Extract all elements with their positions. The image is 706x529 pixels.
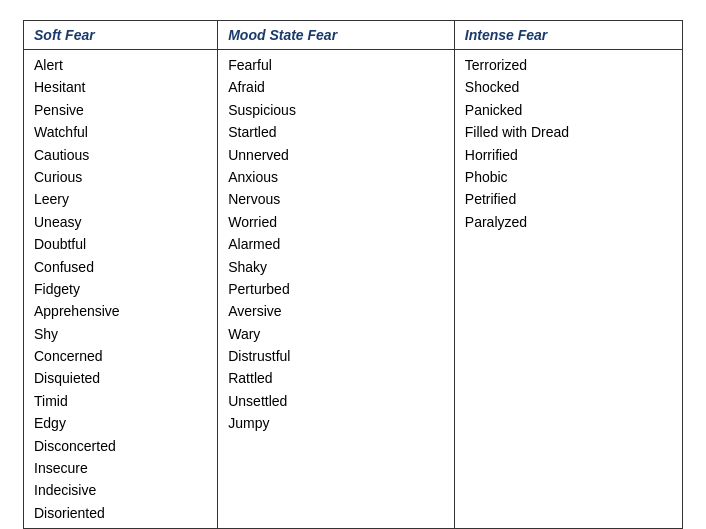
intense-fear-cell: TerrorizedShockedPanickedFilled with Dre… [454, 50, 682, 529]
list-item: Doubtful [34, 233, 207, 255]
list-item: Distrustful [228, 345, 444, 367]
list-item: Confused [34, 256, 207, 278]
list-item: Leery [34, 188, 207, 210]
list-item: Shy [34, 323, 207, 345]
list-item: Horrified [465, 144, 672, 166]
header-row: Soft Fear Mood State Fear Intense Fear [24, 21, 683, 50]
list-item: Terrorized [465, 54, 672, 76]
list-item: Unnerved [228, 144, 444, 166]
header-intense-fear: Intense Fear [454, 21, 682, 50]
list-item: Filled with Dread [465, 121, 672, 143]
list-item: Alarmed [228, 233, 444, 255]
list-item: Perturbed [228, 278, 444, 300]
soft-fear-cell: AlertHesitantPensiveWatchfulCautiousCuri… [24, 50, 218, 529]
list-item: Wary [228, 323, 444, 345]
list-item: Apprehensive [34, 300, 207, 322]
list-item: Edgy [34, 412, 207, 434]
list-item: Phobic [465, 166, 672, 188]
header-soft-fear: Soft Fear [24, 21, 218, 50]
fear-table: Soft Fear Mood State Fear Intense Fear A… [23, 20, 683, 529]
list-item: Cautious [34, 144, 207, 166]
list-item: Fearful [228, 54, 444, 76]
header-mood-state-fear: Mood State Fear [218, 21, 455, 50]
soft-fear-list: AlertHesitantPensiveWatchfulCautiousCuri… [34, 54, 207, 524]
list-item: Shocked [465, 76, 672, 98]
list-item: Uneasy [34, 211, 207, 233]
list-item: Concerned [34, 345, 207, 367]
list-item: Aversive [228, 300, 444, 322]
list-item: Worried [228, 211, 444, 233]
list-item: Hesitant [34, 76, 207, 98]
list-item: Paralyzed [465, 211, 672, 233]
list-item: Jumpy [228, 412, 444, 434]
list-item: Unsettled [228, 390, 444, 412]
list-item: Pensive [34, 99, 207, 121]
list-item: Panicked [465, 99, 672, 121]
list-item: Indecisive [34, 479, 207, 501]
list-item: Disoriented [34, 502, 207, 524]
list-item: Afraid [228, 76, 444, 98]
list-item: Anxious [228, 166, 444, 188]
data-row: AlertHesitantPensiveWatchfulCautiousCuri… [24, 50, 683, 529]
list-item: Insecure [34, 457, 207, 479]
list-item: Startled [228, 121, 444, 143]
list-item: Shaky [228, 256, 444, 278]
list-item: Disconcerted [34, 435, 207, 457]
list-item: Alert [34, 54, 207, 76]
list-item: Disquieted [34, 367, 207, 389]
list-item: Watchful [34, 121, 207, 143]
mood-state-fear-list: FearfulAfraidSuspiciousStartledUnnervedA… [228, 54, 444, 435]
intense-fear-list: TerrorizedShockedPanickedFilled with Dre… [465, 54, 672, 233]
table-container: Soft Fear Mood State Fear Intense Fear A… [23, 20, 683, 529]
list-item: Curious [34, 166, 207, 188]
list-item: Timid [34, 390, 207, 412]
list-item: Suspicious [228, 99, 444, 121]
list-item: Rattled [228, 367, 444, 389]
list-item: Fidgety [34, 278, 207, 300]
mood-state-fear-cell: FearfulAfraidSuspiciousStartledUnnervedA… [218, 50, 455, 529]
list-item: Nervous [228, 188, 444, 210]
list-item: Petrified [465, 188, 672, 210]
